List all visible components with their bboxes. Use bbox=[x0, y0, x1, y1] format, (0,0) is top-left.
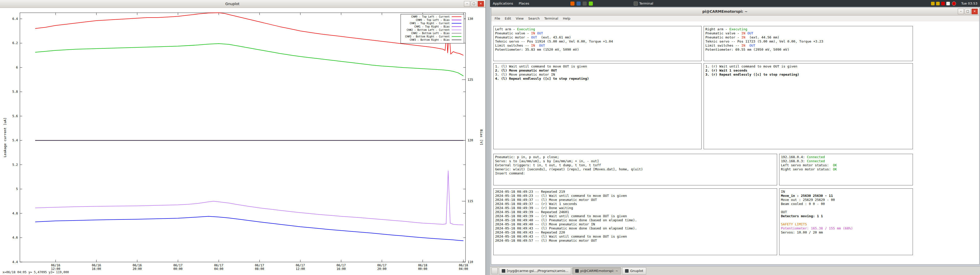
legend-label: CH#1 - Top Right - Bias bbox=[414, 25, 450, 28]
indicator-1-icon[interactable] bbox=[931, 2, 935, 5]
terminal-line: 2024-05-18 08:49:43 -- (l) Wait until co… bbox=[495, 234, 775, 239]
taskbar-button[interactable]: [nyg@carme-gsi.../Programs/camio... bbox=[499, 267, 571, 275]
maximize-button[interactable]: □ bbox=[965, 9, 971, 14]
command-help-pane[interactable]: Pneumatic: p in, p out, p close;Servo: s… bbox=[493, 154, 777, 185]
terminal-line: External triggers: t in, t out, t dump, … bbox=[495, 163, 775, 167]
window-icon bbox=[502, 269, 505, 273]
menu-help[interactable]: Help bbox=[560, 16, 573, 22]
y-tick-label: 4.4 bbox=[12, 260, 18, 264]
terminal-line: SAFETY LIMITS bbox=[781, 222, 911, 226]
y-tick-label: 5.4 bbox=[12, 139, 18, 142]
terminal-line: Teknic servo -- Pos 11914 (5.00 mm), Vel… bbox=[495, 40, 700, 44]
gnuplot-titlebar[interactable]: Gnuplot – □ × bbox=[0, 0, 485, 8]
right-arm-program-pane: 1. (r) Wait until command to move OUT is… bbox=[703, 63, 913, 149]
show-desktop-icon[interactable] bbox=[492, 268, 498, 274]
x-tick-date: 06/17 bbox=[336, 264, 345, 267]
plot-canvas[interactable]: 4.44.64.855.25.45.65.866.26.411011512012… bbox=[0, 8, 485, 274]
x-tick-time: 20:00 bbox=[132, 267, 142, 271]
close-button[interactable]: × bbox=[478, 1, 484, 6]
desktop: Gnuplot – □ × 4.44.64.855.25.45.65.866.2… bbox=[0, 0, 980, 275]
terminal-content[interactable]: Left arm - ExecutingPneumatic valve - IN… bbox=[491, 21, 979, 264]
window-icon bbox=[575, 269, 579, 273]
terminal-line: 2. (l) Move pneumatic motor OUT bbox=[495, 68, 700, 73]
terminal-line: Pneumatic motor - IN (ext. 44.56 mm) bbox=[705, 35, 911, 40]
terminal-titlebar[interactable]: pi@CARMEmotorspi: ~ – □ × bbox=[491, 8, 979, 16]
menu-file[interactable]: File bbox=[492, 16, 503, 22]
x-tick-time: 00:00 bbox=[418, 267, 427, 271]
terminal-line: Teknic servo -- Pos 11723 (5.00 mm), Vel… bbox=[705, 40, 911, 44]
terminal-line: 2024-05-18 08:49:40 -- (l) Pneumatic mov… bbox=[495, 218, 775, 222]
terminal-line: 2024-05-18 08:49:43 -- Repeated 220 bbox=[495, 231, 775, 234]
minimize-button[interactable]: – bbox=[958, 9, 964, 14]
y2-tick-label: 120 bbox=[468, 139, 473, 142]
power-icon[interactable] bbox=[952, 2, 956, 6]
menu-search[interactable]: Search bbox=[526, 16, 542, 22]
terminal-line: 2024-05-18 08:49:39 -- (r) Wait until co… bbox=[495, 214, 775, 218]
x-tick-date: 06/17 bbox=[255, 264, 264, 267]
menu-edit[interactable]: Edit bbox=[503, 16, 514, 22]
series-line bbox=[35, 13, 463, 55]
panel-clock[interactable]: Tue 03:53 bbox=[959, 2, 980, 5]
taskbar-button[interactable]: pi@CARMEmotorspi: ~ bbox=[573, 267, 621, 275]
terminal-line: 4. (l) Repeat endlessly ([c] to stop rep… bbox=[495, 77, 700, 81]
taskbar-button[interactable]: Gnuplot bbox=[622, 267, 646, 275]
terminal-line: Servos: 10.00 / 20 mm bbox=[781, 231, 911, 234]
window-icon bbox=[625, 269, 628, 273]
focused-app-indicator[interactable]: Terminal bbox=[634, 2, 653, 6]
x-tick-date: 06/16 bbox=[51, 264, 60, 267]
indicator-2-icon[interactable] bbox=[936, 2, 940, 5]
x-tick-time: 08:00 bbox=[255, 267, 264, 271]
terminal-line: Right arm - Executing bbox=[705, 27, 911, 31]
x-tick-time: 16:00 bbox=[336, 267, 345, 271]
terminal-line: IN bbox=[781, 190, 911, 194]
event-log-pane: 2024-05-18 08:49:23 -- Repeated 2192024-… bbox=[493, 188, 777, 255]
maximize-button[interactable]: □ bbox=[471, 1, 477, 6]
series-line bbox=[35, 171, 463, 225]
terminal-line: 2024-05-18 08:49:43 -- (l) Pneumatic mov… bbox=[495, 226, 775, 231]
legend-label: CH#2 - Bottom Left - Current bbox=[407, 28, 450, 31]
x-tick-time: 12:00 bbox=[51, 267, 60, 271]
launcher-monitor-icon[interactable] bbox=[589, 2, 593, 6]
legend-label: CH#3 - Bottom Right - Bias bbox=[410, 38, 450, 41]
window-list: [nyg@carme-gsi.../Programs/camio...pi@CA… bbox=[499, 267, 646, 275]
terminal-line: Insert command: bbox=[495, 171, 775, 175]
y2-tick-label: 110 bbox=[468, 260, 473, 264]
close-button[interactable]: × bbox=[972, 9, 978, 14]
legend-label: CH#1 - Top Right - Current bbox=[410, 22, 450, 25]
x-tick-date: 06/16 bbox=[132, 264, 142, 267]
x-tick-date: 06/17 bbox=[296, 264, 305, 267]
terminal-line: 2. (r) Wait 1 seconds bbox=[705, 68, 911, 73]
menu-terminal[interactable]: Terminal bbox=[542, 16, 560, 22]
legend-label: CH#0 - Top Left - Current bbox=[411, 15, 450, 18]
y-tick-label: 6.2 bbox=[12, 41, 18, 45]
terminal-line: Left arm - Executing bbox=[495, 27, 700, 31]
left-arm-status-pane: Left arm - ExecutingPneumatic valve - IN… bbox=[493, 26, 702, 61]
x-tick-date: 06/18 bbox=[418, 264, 427, 267]
launcher-files-icon[interactable] bbox=[576, 2, 581, 6]
terminal-line bbox=[781, 218, 911, 222]
applications-menu[interactable]: Applications bbox=[490, 0, 516, 7]
top-panel: Applications Places Terminal Tue 03:53 bbox=[490, 0, 980, 7]
minimize-button[interactable]: – bbox=[464, 1, 470, 6]
x-tick-date: 06/17 bbox=[214, 264, 223, 267]
launcher-browser-icon[interactable] bbox=[570, 2, 574, 6]
y-tick-label: 5.2 bbox=[12, 163, 18, 166]
terminal-line: Detectors moving: 1 1 bbox=[781, 214, 911, 218]
gnuplot-window: Gnuplot – □ × 4.44.64.855.25.45.65.866.2… bbox=[0, 0, 486, 275]
x-tick-time: 04:00 bbox=[459, 267, 468, 271]
terminal-line: Pneumatic motor - OUT (ext. 43.61 mm) bbox=[495, 35, 700, 40]
x-tick-time: 16:00 bbox=[92, 267, 101, 271]
terminal-line: Right servo motor status: OK bbox=[781, 167, 911, 171]
terminal-line: Pneumatic: p in, p out, p close; bbox=[495, 155, 775, 159]
volume-indicator-icon[interactable] bbox=[946, 2, 950, 5]
launcher-terminal-icon[interactable] bbox=[583, 2, 587, 6]
indicator-3-icon[interactable] bbox=[941, 2, 945, 5]
places-menu[interactable]: Places bbox=[516, 0, 532, 7]
terminal-line: Potentiometer: 69.55 mm (2950 mV, 5090 m… bbox=[705, 47, 911, 52]
legend-label: CH#2 - Bottom Left - Bias bbox=[411, 32, 450, 35]
y2-tick-label: 115 bbox=[468, 199, 473, 203]
terminal-line: Servo: s to [au/mm/um], s by [au/mm/um; … bbox=[495, 159, 775, 163]
terminal-line: 2024-05-18 08:49:40 -- (l) Move pneumati… bbox=[495, 222, 775, 226]
terminal-line: Beam cooled : 0 0 - 00 bbox=[781, 202, 911, 206]
menu-view[interactable]: View bbox=[514, 16, 526, 22]
